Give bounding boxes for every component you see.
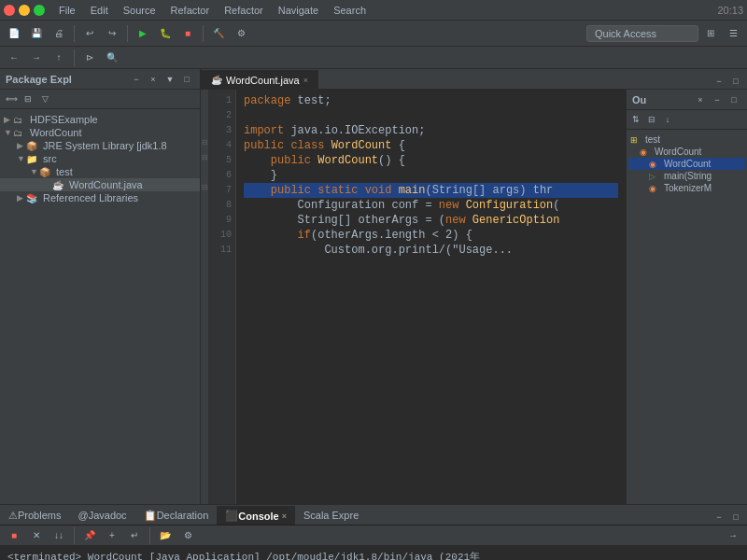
marker1	[201, 90, 208, 105]
stop-console-button[interactable]: ■	[4, 525, 24, 546]
scroll-end-button[interactable]: ↓↓	[49, 525, 69, 546]
collapse-marker1[interactable]: ⊟	[201, 134, 208, 149]
outline-toolbar: ⇅ ⊟ ↓	[627, 110, 747, 130]
console-output: <terminated> WordCount [Java Application…	[0, 546, 747, 560]
search2-button[interactable]: 🔍	[102, 48, 122, 68]
tree-item-wordcount[interactable]: ▼ 🗂 WordCount	[0, 126, 200, 139]
class-name: WordCount	[331, 138, 392, 153]
outline-item-tokenizer[interactable]: ◉ TokenizerM	[628, 182, 745, 194]
menu-edit[interactable]: Edit	[84, 3, 115, 18]
outline-item-main[interactable]: ▷ main(String	[628, 170, 745, 182]
console-close-icon[interactable]: ×	[282, 511, 287, 521]
quick-access-input[interactable]: Quick Access	[586, 25, 698, 42]
back-button[interactable]: ←	[4, 48, 24, 68]
minimize-panel-button[interactable]: ▼	[162, 72, 177, 87]
redo-button[interactable]: ↪	[102, 23, 122, 44]
run-button[interactable]: ▶	[133, 23, 153, 44]
debug-button[interactable]: 🐛	[155, 23, 176, 44]
outline-filter-button[interactable]: ⊟	[644, 112, 659, 127]
bottom-min-button[interactable]: −	[712, 510, 726, 525]
outline-main-icon: ▷	[649, 172, 662, 181]
send-input-button[interactable]: →	[723, 525, 743, 546]
line-num-10: 10	[208, 228, 235, 243]
tree-item-reflibr[interactable]: ▶ 📚 Referenced Libraries	[0, 191, 200, 204]
bottom-max-button[interactable]: □	[728, 510, 743, 525]
undo-button[interactable]: ↩	[79, 23, 100, 44]
up-button[interactable]: ↑	[49, 48, 69, 68]
outline-item-wordcount-method[interactable]: ◉ WordCount	[628, 158, 745, 170]
collapse-marker3[interactable]: ⊟	[201, 179, 208, 194]
outline-item-test[interactable]: ⊞ test	[628, 133, 745, 146]
src-folder-icon: 📁	[26, 154, 41, 164]
hdfs-arrow-icon: ▶	[4, 115, 13, 124]
collapse-all-button[interactable]: −	[129, 72, 144, 87]
menu-file[interactable]: File	[52, 3, 82, 18]
new-button[interactable]: 📄	[4, 23, 24, 44]
code-content[interactable]: package test; import java.io.IOException…	[236, 90, 626, 504]
tab-declaration[interactable]: 📋 Declaration	[135, 506, 218, 525]
outline-arrow-button[interactable]: ↓	[660, 112, 675, 127]
close-panel-button[interactable]: ×	[146, 72, 161, 87]
tab-close-button[interactable]: ×	[303, 76, 308, 85]
tree-item-wordcount-java[interactable]: ▶ ☕ WordCount.java	[0, 178, 200, 191]
outline-min-button[interactable]: −	[710, 92, 725, 107]
console-icon: ⬛	[225, 510, 238, 522]
maximize-editor-button[interactable]: □	[728, 74, 743, 89]
minimize-button[interactable]	[19, 5, 30, 16]
collapse-marker2[interactable]: ⊟	[201, 149, 208, 164]
word-wrap-button[interactable]: ↵	[124, 525, 145, 546]
tab-javadoc[interactable]: @ Javadoc	[69, 506, 134, 525]
outline-item-wordcount-class[interactable]: ◉ WordCount	[628, 146, 745, 158]
filter-button[interactable]: ▽	[37, 91, 52, 106]
console-label: Console	[238, 511, 278, 522]
outline-max-button[interactable]: □	[726, 92, 741, 107]
settings-button[interactable]: ⚙	[231, 23, 251, 44]
outline-close-button[interactable]: ×	[693, 92, 708, 107]
kw-public2: public	[271, 153, 317, 168]
close-button[interactable]	[4, 5, 15, 16]
properties-button[interactable]: ⚙	[177, 525, 198, 546]
menu-navigate[interactable]: Navigate	[272, 3, 325, 18]
new-console-button[interactable]: +	[102, 525, 122, 546]
tab-problems[interactable]: ⚠ Problems	[0, 506, 69, 525]
outline-panel: Ou × − □ ⇅ ⊟ ↓ ⊞ test	[626, 90, 747, 504]
code-line-3: import java.io.IOException;	[244, 123, 618, 138]
tree-item-test[interactable]: ▼ 📦 test	[0, 165, 200, 178]
maximize-panel-button[interactable]: □	[179, 72, 194, 87]
perspective-button[interactable]: ⊞	[700, 23, 721, 44]
tree-item-jre[interactable]: ▶ 📦 JRE System Library [jdk1.8	[0, 139, 200, 152]
other-args: otherArgs = (	[351, 213, 445, 228]
outline-sort-button[interactable]: ⇅	[628, 112, 643, 127]
tab-console[interactable]: ⬛ Console ×	[217, 506, 295, 525]
stop-button[interactable]: ■	[177, 23, 198, 44]
build-button[interactable]: 🔨	[208, 23, 229, 44]
save-button[interactable]: 💾	[26, 23, 47, 44]
if-cond: (otherArgs.length < 2) {	[311, 228, 472, 243]
str-arr-type: String[]	[298, 213, 352, 228]
editor-tabs: ☕ WordCount.java × − □	[201, 69, 747, 90]
tree-item-hdfs[interactable]: ▶ 🗂 HDFSExample	[0, 113, 200, 126]
collapse-tree-button[interactable]: ⊟	[21, 91, 35, 106]
minimize-editor-button[interactable]: −	[712, 74, 726, 89]
code-editor[interactable]: ⊟ ⊟ ⊟ 1 2 3 4 5 6 7 8 9 10 11	[201, 90, 626, 504]
brace1: {	[391, 138, 404, 153]
hierarchy-button[interactable]: ⊳	[79, 48, 100, 68]
menu-refactor2[interactable]: Refactor	[218, 3, 270, 18]
maximize-button[interactable]	[34, 5, 45, 16]
pin-console-button[interactable]: 📌	[79, 525, 100, 546]
menu-search[interactable]: Search	[327, 3, 373, 18]
open-file-button[interactable]: 📂	[155, 525, 176, 546]
separator1	[74, 25, 75, 42]
tab-scala[interactable]: Scala Expre	[295, 506, 367, 525]
pkg-test: test;	[290, 93, 331, 108]
tree-item-src[interactable]: ▼ 📁 src	[0, 152, 200, 165]
forward-button[interactable]: →	[26, 48, 47, 68]
menu-refactor1[interactable]: Refactor	[164, 3, 217, 18]
editor-tab-wordcount[interactable]: ☕ WordCount.java ×	[201, 70, 318, 89]
menu-source[interactable]: Source	[117, 3, 162, 18]
link-editor-button[interactable]: ⟺	[4, 91, 19, 106]
clear-console-button[interactable]: ✕	[26, 525, 47, 546]
view-button[interactable]: ☰	[723, 23, 743, 44]
print-button[interactable]: 🖨	[49, 23, 69, 44]
wordcount-project-icon: 🗂	[13, 128, 28, 138]
